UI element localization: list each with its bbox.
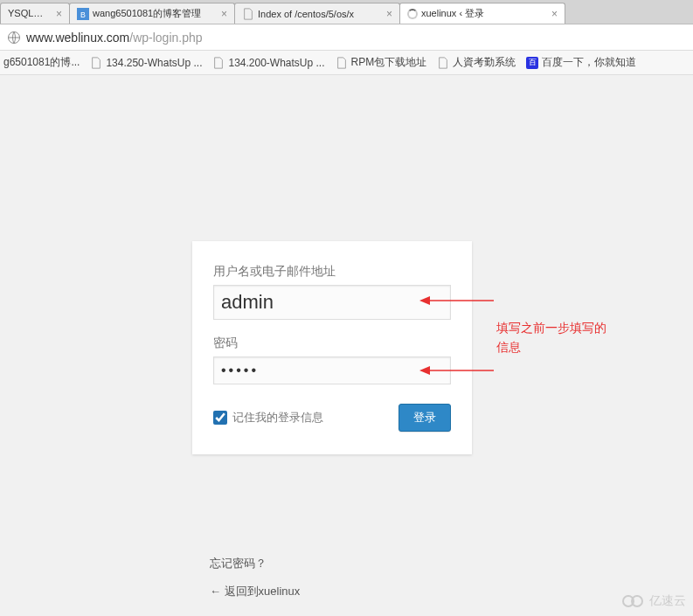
bookmark-4[interactable]: 人資考勤系统: [437, 55, 516, 70]
page-icon: [242, 8, 254, 20]
close-icon[interactable]: ×: [218, 8, 227, 20]
page-icon: [437, 57, 449, 69]
svg-marker-6: [419, 366, 430, 375]
username-input[interactable]: [213, 285, 451, 320]
bookmarks-bar: g6501081的博... 134.250-WhatsUp ... 134.20…: [0, 51, 693, 75]
address-bar[interactable]: www.weblinux.com/wp-login.php: [0, 24, 693, 51]
watermark-icon: [621, 593, 646, 609]
page-icon: [212, 57, 225, 69]
bookmark-5[interactable]: 百 百度一下，你就知道: [526, 55, 636, 70]
url-text: www.weblinux.com/wp-login.php: [26, 31, 203, 45]
username-label: 用户名或电子邮件地址: [213, 264, 451, 280]
tab-title: wang6501081的博客管理: [93, 7, 201, 20]
back-link[interactable]: ← 返回到xuelinux: [210, 584, 300, 599]
page-icon: [90, 57, 102, 69]
password-input[interactable]: [213, 356, 451, 384]
password-label: 密码: [213, 336, 451, 351]
globe-icon: [7, 31, 21, 45]
svg-text:B: B: [80, 10, 86, 18]
close-icon[interactable]: ×: [548, 8, 558, 20]
bookmark-0[interactable]: g6501081的博...: [3, 55, 80, 70]
loading-icon: [407, 9, 418, 19]
tab-title: Index of /centos/5/os/x: [258, 9, 354, 19]
svg-marker-4: [419, 296, 430, 305]
remember-checkbox[interactable]: [213, 411, 227, 425]
favicon-icon: B: [77, 8, 89, 20]
close-icon[interactable]: ×: [383, 8, 392, 20]
bookmark-3[interactable]: RPM包下载地址: [336, 55, 427, 70]
tab-title: xuelinux ‹ 登录: [421, 7, 484, 20]
close-icon[interactable]: ×: [52, 8, 62, 20]
remember-label[interactable]: 记住我的登录信息: [213, 410, 323, 426]
page-icon: [336, 57, 348, 69]
tab-2[interactable]: Index of /centos/5/os/x ×: [234, 3, 400, 24]
baidu-icon: 百: [526, 57, 538, 69]
tab-title: YSQL、PHP: [8, 7, 49, 20]
forgot-password-link[interactable]: 忘记密码？: [210, 556, 300, 571]
tab-3[interactable]: xuelinux ‹ 登录 ×: [399, 3, 565, 24]
watermark: 亿速云: [621, 593, 686, 609]
bookmark-2[interactable]: 134.200-WhatsUp ...: [212, 57, 324, 69]
login-button[interactable]: 登录: [398, 404, 451, 432]
tab-bar: YSQL、PHP × B wang6501081的博客管理 × Index of…: [0, 0, 693, 24]
annotation-text: 填写之前一步填写的 信息: [496, 318, 606, 357]
bookmark-1[interactable]: 134.250-WhatsUp ...: [90, 57, 202, 69]
below-links: 忘记密码？ ← 返回到xuelinux: [210, 556, 300, 612]
annotation-arrow-2: [419, 362, 498, 379]
tab-1[interactable]: B wang6501081的博客管理 ×: [69, 3, 235, 24]
page-content: 用户名或电子邮件地址 密码 记住我的登录信息 登录 忘记密码？ ← 返回到xue…: [0, 75, 693, 616]
annotation-arrow-1: [419, 292, 498, 309]
login-form: 用户名或电子邮件地址 密码 记住我的登录信息 登录: [192, 241, 472, 454]
tab-0[interactable]: YSQL、PHP ×: [0, 3, 70, 24]
